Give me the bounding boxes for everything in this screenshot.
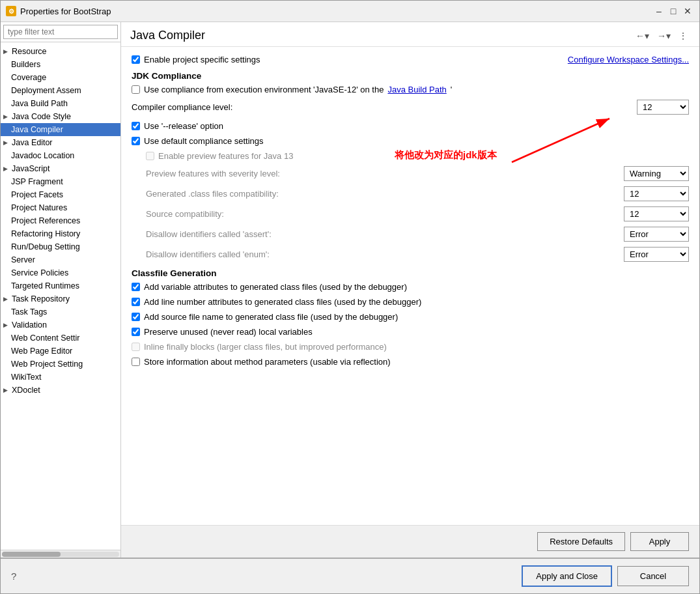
compiler-compliance-select[interactable]: 12 11 10 9 8: [637, 100, 689, 115]
sidebar-item-label: Task Repository: [12, 294, 70, 304]
forward-button[interactable]: →▾: [654, 29, 673, 42]
maximize-button[interactable]: □: [667, 5, 680, 18]
add-source-checkbox[interactable]: [132, 313, 140, 321]
sidebar-item[interactable]: Refactoring History: [1, 227, 120, 240]
filter-box: [1, 22, 120, 42]
use-release-checkbox[interactable]: [132, 122, 140, 130]
add-source-row: Add source file name to generated class …: [132, 312, 689, 322]
java-build-path-link[interactable]: Java Build Path: [387, 85, 446, 94]
sidebar-item[interactable]: Task Tags: [1, 305, 120, 318]
sidebar-item-label: JSP Fragment: [11, 177, 63, 186]
sidebar-item-label: XDoclet: [12, 386, 40, 395]
sidebar-item[interactable]: Service Policies: [1, 266, 120, 279]
sidebar-item[interactable]: Builders: [1, 58, 120, 71]
sidebar-item[interactable]: Web Page Editor: [1, 345, 120, 358]
apply-close-button[interactable]: Apply and Close: [522, 565, 612, 587]
sidebar-item[interactable]: ▶Java Editor: [1, 136, 120, 149]
sidebar-item[interactable]: Targeted Runtimes: [1, 279, 120, 292]
sidebar-item[interactable]: Run/Debug Setting: [1, 240, 120, 253]
sidebar-item[interactable]: Coverage: [1, 71, 120, 84]
configure-workspace-link[interactable]: Configure Workspace Settings...: [568, 55, 689, 64]
cancel-button[interactable]: Cancel: [617, 566, 689, 586]
preview-severity-select[interactable]: Warning Error Info: [624, 166, 689, 181]
sidebar-item[interactable]: Java Compiler: [1, 123, 120, 136]
store-info-text: Store information about method parameter…: [144, 357, 391, 367]
sidebar-item[interactable]: Project Natures: [1, 201, 120, 214]
sidebar-item[interactable]: ▶Resource: [1, 45, 120, 58]
preview-features-checkbox[interactable]: [146, 152, 154, 160]
content-body: Enable project specific settings Configu…: [121, 47, 699, 525]
use-release-label[interactable]: Use '--release' option: [132, 121, 223, 131]
sidebar-item[interactable]: Deployment Assem: [1, 84, 120, 97]
compiler-compliance-label: Compiler compliance level:: [132, 102, 637, 112]
generated-class-select[interactable]: 12 11: [624, 186, 689, 201]
enable-settings-text: Enable project specific settings: [144, 55, 260, 64]
disallow-enum-row: Disallow identifiers called 'enum': Erro…: [146, 247, 689, 262]
preview-severity-row: Preview features with severity level: Wa…: [146, 166, 689, 181]
add-variable-label[interactable]: Add variable attributes to generated cla…: [132, 282, 407, 292]
window-icon: ⚙: [6, 6, 16, 16]
use-default-checkbox[interactable]: [132, 137, 140, 145]
disallow-enum-select[interactable]: Error Warning: [624, 247, 689, 262]
use-default-text: Use default compliance settings: [144, 136, 264, 146]
sidebar-item[interactable]: ▶Validation: [1, 318, 120, 332]
disallow-assert-select[interactable]: Error Warning: [624, 227, 689, 242]
sidebar-item[interactable]: ▶Task Repository: [1, 292, 120, 305]
sidebar-item[interactable]: Project References: [1, 214, 120, 227]
sidebar-item-label: Run/Debug Setting: [11, 242, 80, 251]
sidebar-item[interactable]: Javadoc Location: [1, 149, 120, 162]
sidebar-item-label: Java Compiler: [11, 125, 63, 134]
sidebar-item-label: Java Build Path: [11, 99, 68, 108]
content-header: Java Compiler ←▾ →▾ ⋮: [121, 22, 699, 47]
sidebar-item[interactable]: Java Build Path: [1, 97, 120, 110]
add-source-text: Add source file name to generated class …: [144, 312, 398, 322]
sidebar-item[interactable]: Web Content Settir: [1, 332, 120, 345]
sidebar-item[interactable]: ▶JavaScript: [1, 162, 120, 175]
source-compat-select[interactable]: 12 11: [624, 206, 689, 221]
sidebar-item-label: JavaScript: [12, 164, 49, 173]
minimize-button[interactable]: –: [652, 5, 665, 18]
preview-features-label[interactable]: Enable preview features for Java 13: [146, 151, 293, 161]
sidebar-item-label: Deployment Assem: [11, 86, 81, 95]
inline-finally-label[interactable]: Inline finally blocks (larger class file…: [132, 342, 387, 352]
use-release-text: Use '--release' option: [144, 121, 223, 131]
generated-class-row: Generated .class files compatibility: 12…: [146, 186, 689, 201]
restore-defaults-button[interactable]: Restore Defaults: [537, 532, 625, 551]
preserve-unused-checkbox[interactable]: [132, 328, 140, 336]
content-toolbar: ←▾ →▾ ⋮: [633, 29, 690, 42]
preserve-unused-row: Preserve unused (never read) local varia…: [132, 327, 689, 337]
preserve-unused-label[interactable]: Preserve unused (never read) local varia…: [132, 327, 313, 337]
sidebar-item-label: Java Editor: [12, 138, 53, 147]
inline-finally-checkbox[interactable]: [132, 343, 140, 351]
use-compliance-checkbox[interactable]: [132, 85, 140, 94]
close-button[interactable]: ✕: [681, 5, 694, 18]
store-info-checkbox[interactable]: [132, 358, 140, 366]
window-controls: – □ ✕: [652, 5, 694, 18]
add-variable-checkbox[interactable]: [132, 283, 140, 291]
enable-settings-checkbox[interactable]: [132, 55, 140, 64]
sidebar-item[interactable]: WikiText: [1, 371, 120, 384]
sidebar-scrollbar[interactable]: [1, 550, 120, 558]
sidebar-item[interactable]: JSP Fragment: [1, 175, 120, 188]
more-button[interactable]: ⋮: [676, 29, 690, 42]
add-source-label[interactable]: Add source file name to generated class …: [132, 312, 398, 322]
sidebar-item[interactable]: Server: [1, 253, 120, 266]
sidebar-item[interactable]: Web Project Setting: [1, 358, 120, 371]
sidebar-item-label: Refactoring History: [11, 229, 80, 238]
back-button[interactable]: ←▾: [633, 29, 652, 42]
add-line-label[interactable]: Add line number attributes to generated …: [132, 297, 421, 307]
apply-button[interactable]: Apply: [630, 532, 689, 551]
enable-settings-label[interactable]: Enable project specific settings: [132, 55, 260, 64]
sidebar-arrow-icon: ▶: [3, 165, 8, 172]
use-default-label[interactable]: Use default compliance settings: [132, 136, 264, 146]
sidebar-item-label: Web Content Settir: [11, 333, 79, 343]
sidebar-item[interactable]: ▶XDoclet: [1, 384, 120, 397]
add-line-checkbox[interactable]: [132, 298, 140, 306]
help-icon[interactable]: ?: [11, 571, 16, 582]
filter-input[interactable]: [3, 25, 118, 39]
sidebar-item[interactable]: Project Facets: [1, 188, 120, 201]
sidebar-item[interactable]: ▶Java Code Style: [1, 110, 120, 123]
store-info-label[interactable]: Store information about method parameter…: [132, 357, 391, 367]
sidebar-item-label: Targeted Runtimes: [11, 281, 79, 290]
scroll-thumb: [2, 552, 61, 557]
